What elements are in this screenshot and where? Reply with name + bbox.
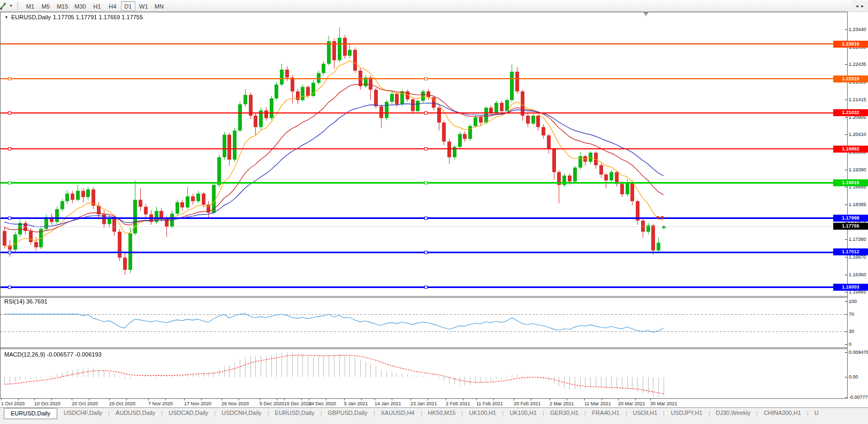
toolbar-grip[interactable] [17,2,19,10]
chart-tab-gbpusd-daily[interactable]: GBPUSD,Daily [322,408,374,419]
date-tick-mark [601,399,602,400]
price-level-label: 1.21032 [833,109,868,116]
date-tick-mark [309,399,309,400]
chart-tool-icon[interactable] [0,2,7,10]
chart-collapse-icon[interactable]: ▼ [4,15,9,20]
chart-tab-xauusd-h4[interactable]: XAUUSD,H4 [375,408,421,419]
price-level-label: 1.19015 [833,179,868,186]
date-tick-mark [463,399,463,400]
tab-scroll-left-icon[interactable]: ◂ [856,3,858,9]
date-tick-label: 2 Feb 2021 [446,401,470,406]
chart-tab-eurusd-daily[interactable]: EURUSD,Daily [4,408,57,419]
timeframe-button-m1[interactable]: M1 [23,1,37,11]
top-toolbar: ▼ M1M5M15M30H1H4D1W1MN [0,0,868,12]
date-tick-mark [514,399,514,400]
price-axis[interactable]: 1.234401.229301.224351.219251.214151.209… [848,0,868,399]
date-tick-label: 1 Oct 2020 [1,401,25,406]
price-tick-label: 1.16360 [849,272,866,278]
chart-tab-ger30-h1[interactable]: GER30,H1 [544,408,585,419]
date-tick-label: 5 Dec 2020 [260,401,284,406]
chart-tab-audusd-daily[interactable]: AUDUSD,Daily [109,408,162,419]
price-level-label: 1.17998 [833,215,868,222]
chart-tab-eurusd-daily[interactable]: EURUSD,Daily [269,408,321,419]
date-tick-mark [618,399,619,400]
price-level-label: 1.17012 [833,248,868,255]
date-tick-mark [584,399,585,400]
date-tick-label: 11 Mar 2021 [584,401,611,406]
date-tick-mark [635,399,636,400]
chart-tab-china300-h1[interactable]: CHINA300,H1 [757,408,808,419]
date-tick-label: 11 Feb 2021 [476,401,503,406]
date-tick-mark [375,399,375,400]
chart-tab-bar: EURUSD,DailyUSDCHF,DailyAUDUSD,DailyUSDC… [0,407,868,424]
date-tick-label: 10 Oct 2020 [34,401,60,406]
date-tick-label: 30 Mar 2021 [650,401,677,406]
date-tick-mark [126,399,127,400]
tab-scroll-arrows: ◂▸ [851,1,868,11]
chart-tab-usdchf-daily[interactable]: USDCHF,Daily [57,408,109,419]
timeframe-button-m30[interactable]: M30 [72,1,88,11]
date-tick-mark [18,399,19,400]
price-tick-label: 1.22435 [849,62,866,67]
chart-tab-usdjpy-h1[interactable]: USDJPY,H1 [664,408,709,419]
date-tick-mark [428,399,428,400]
date-tick-mark [34,399,35,400]
chart-tab-u[interactable]: U [808,408,825,419]
chart-tab-hk50-m15[interactable]: HK50,M15 [422,408,462,419]
date-tick-mark [222,399,222,400]
chart-tab-usdcnh-daily[interactable]: USDCNH,Daily [215,408,268,419]
rsi-tick-label: 100 [849,299,857,305]
date-tick-label: 15 Dec 2020 [284,401,311,406]
date-tick-mark [1,399,2,400]
date-tick-mark [567,399,567,400]
timeframe-button-h4[interactable]: H4 [105,1,120,11]
chart-symbol: EURUSD,Daily [11,14,51,20]
price-tick-label: 1.21415 [849,97,866,103]
price-tick-label: 1.20410 [849,132,866,138]
chart-title: ▼EURUSD,Daily1.17705 1.17791 1.17659 1.1… [4,14,145,20]
chart-tab-dj30-weekly[interactable]: DJ30,Weekly [710,408,757,419]
macd-tick-label: 0.009478 [849,350,868,355]
price-tick-label: 1.19390 [849,167,866,173]
date-tick-label: 24 Dec 2020 [309,401,336,406]
tab-scroll-right-icon[interactable]: ▸ [861,3,864,9]
price-tick-label: 1.17380 [849,237,866,243]
macd-indicator-label: MACD(12,26,9) -0.006577 -0.006193 [4,351,102,358]
date-tick-label: 26 Nov 2020 [222,401,249,406]
date-tick-label: 29 Oct 2020 [109,401,135,406]
date-tick-mark [650,399,651,400]
timeframe-button-w1[interactable]: W1 [136,1,151,11]
chart-tab-usoil-h1[interactable]: USOil,H1 [627,408,664,419]
date-tick-mark [239,399,239,400]
rsi-indicator-label: RSI(14) 36.7691 [4,298,48,305]
date-tick-label: 14 Jan 2021 [375,401,401,406]
timeframe-buttons: M1M5M15M30H1H4D1W1MN [23,1,167,11]
date-tick-mark [201,399,202,400]
tool-dropdown-caret-icon[interactable]: ▼ [9,4,13,7]
date-axis[interactable]: 1 Oct 202010 Oct 202020 Oct 202029 Oct 2… [0,399,868,407]
price-level-label: 1.23019 [833,41,868,48]
price-level-label: 1.19992 [833,146,868,153]
date-tick-mark [277,399,277,400]
timeframe-button-d1[interactable]: D1 [121,1,135,11]
mt4-window: { "toolbar": { "timeframes": ["M1","M5",… [0,0,868,424]
chart-tab-fra40-h1[interactable]: FRA40,H1 [585,408,626,419]
date-tick-mark [550,399,550,400]
price-level-label: 1.16003 [833,284,868,291]
chart-tab-uk100-h1[interactable]: UK100,H1 [503,408,543,419]
date-tick-label: 7 Nov 2020 [148,401,173,406]
date-tick-mark [410,399,411,400]
timeframe-button-mn[interactable]: MN [152,1,166,11]
date-tick-label: 20 Feb 2021 [514,401,541,406]
timeframe-button-m5[interactable]: M5 [39,1,53,11]
timeframe-button-h1[interactable]: H1 [90,1,104,11]
date-tick-label: 5 Jan 2021 [344,401,368,406]
date-tick-label: 20 Oct 2020 [72,401,98,406]
chart-tab-usdcad-daily[interactable]: USDCAD,Daily [162,408,215,419]
date-tick-mark [260,399,260,400]
chart-tab-uk100-h1[interactable]: UK100,H1 [462,408,502,419]
price-tick-label: 1.18385 [849,202,866,208]
date-tick-mark [165,399,166,400]
chart-plot-area[interactable] [0,0,848,399]
timeframe-button-m15[interactable]: M15 [54,1,71,11]
